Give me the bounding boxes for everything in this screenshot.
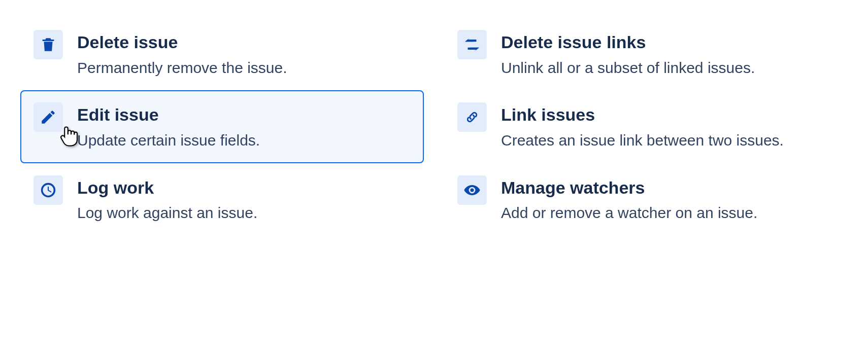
pencil-icon [34, 102, 63, 132]
trash-icon [34, 30, 63, 59]
option-delete-issue[interactable]: Delete issue Permanently remove the issu… [20, 18, 424, 90]
swap-arrows-icon [457, 30, 487, 59]
option-edit-issue[interactable]: Edit issue Update certain issue fields. [20, 90, 424, 163]
option-log-work[interactable]: Log work Log work against an issue. [20, 163, 424, 236]
option-desc: Add or remove a watcher on an issue. [501, 203, 757, 224]
option-delete-issue-links[interactable]: Delete issue links Unlink all or a subse… [444, 18, 848, 90]
option-title: Manage watchers [501, 177, 757, 198]
option-text: Delete issue links Unlink all or a subse… [501, 30, 755, 78]
clock-icon [34, 175, 63, 205]
option-desc: Update certain issue fields. [77, 130, 260, 151]
option-text: Link issues Creates an issue link betwee… [501, 102, 784, 151]
option-desc: Creates an issue link between two issues… [501, 130, 784, 151]
option-title: Delete issue [77, 32, 287, 53]
right-column: Delete issue links Unlink all or a subse… [444, 18, 848, 236]
left-column: Delete issue Permanently remove the issu… [20, 18, 424, 236]
option-title: Edit issue [77, 104, 260, 125]
option-text: Log work Log work against an issue. [77, 175, 257, 224]
option-title: Delete issue links [501, 32, 755, 53]
option-desc: Permanently remove the issue. [77, 58, 287, 79]
option-text: Delete issue Permanently remove the issu… [77, 30, 287, 78]
option-text: Manage watchers Add or remove a watcher … [501, 175, 757, 224]
option-manage-watchers[interactable]: Manage watchers Add or remove a watcher … [444, 163, 848, 236]
option-desc: Unlink all or a subset of linked issues. [501, 58, 755, 79]
option-link-issues[interactable]: Link issues Creates an issue link betwee… [444, 90, 848, 163]
link-icon [457, 102, 487, 132]
option-text: Edit issue Update certain issue fields. [77, 102, 260, 151]
option-title: Log work [77, 177, 257, 198]
eye-icon [457, 175, 487, 205]
option-desc: Log work against an issue. [77, 203, 257, 224]
option-title: Link issues [501, 104, 784, 125]
action-options-grid: Delete issue Permanently remove the issu… [20, 18, 848, 236]
